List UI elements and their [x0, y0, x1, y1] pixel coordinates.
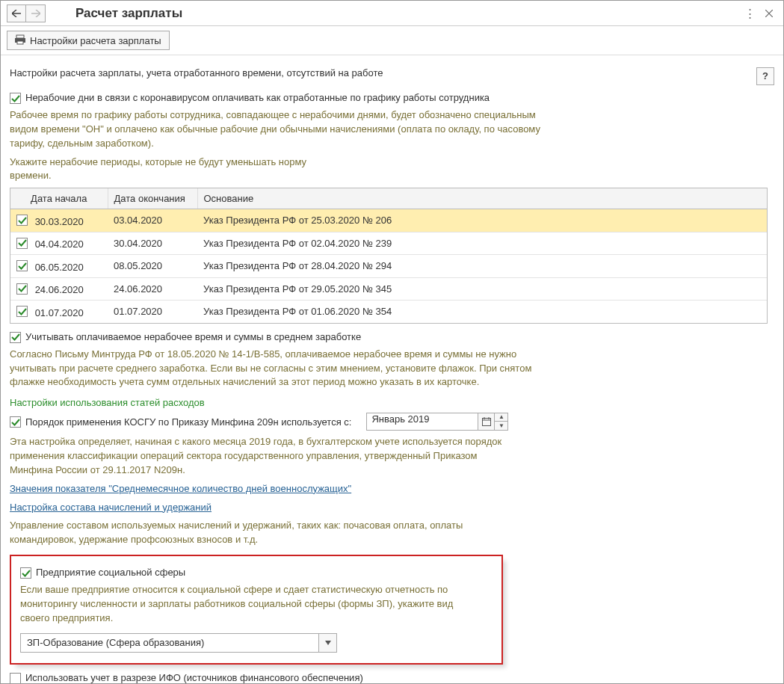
periods-intro: Укажите нерабочие периоды, которые не бу…	[10, 155, 339, 184]
nav-forward-button[interactable]	[26, 4, 46, 22]
row-checkbox[interactable]	[16, 260, 28, 271]
cell-basis: Указ Президента РФ от 25.03.2020 № 206	[197, 209, 767, 232]
table-row[interactable]: 30.03.2020 03.04.2020 Указ Президента РФ…	[10, 209, 767, 232]
social-desc: Если ваше предприятие относится к социал…	[20, 583, 484, 626]
kosgu-desc: Эта настройка определяет, начиная с како…	[10, 435, 503, 478]
cell-start: 30.03.2020	[35, 216, 84, 227]
social-checkbox[interactable]	[20, 567, 31, 579]
date-spin-up[interactable]: ▲	[495, 413, 508, 422]
social-highlight-box: Предприятие социальной сферы Если ваше п…	[10, 555, 503, 665]
avg-pay-desc: Согласно Письму Минтруда РФ от 18.05.202…	[10, 348, 563, 390]
cell-start: 04.04.2020	[35, 238, 84, 250]
table-row[interactable]: 06.05.2020 08.05.2020 Указ Президента РФ…	[10, 255, 767, 278]
ifo-label: Использовать учет в разрезе ИФО (источни…	[25, 672, 363, 683]
nav-back-button[interactable]	[7, 4, 26, 22]
kosgu-date-input[interactable]: Январь 2019	[366, 413, 478, 431]
col-end-header[interactable]: Дата окончания	[108, 188, 197, 209]
accruals-desc: Управление составом используемых начисле…	[10, 519, 488, 547]
ifo-checkbox[interactable]	[10, 673, 21, 684]
subtitle-text: Настройки расчета зарплаты, учета отрабо…	[10, 67, 756, 78]
cell-end: 08.05.2020	[108, 255, 197, 278]
calendar-icon[interactable]	[478, 413, 495, 431]
col-basis-header[interactable]: Основание	[197, 188, 767, 209]
print-icon	[15, 34, 25, 47]
cell-end: 30.04.2020	[108, 232, 197, 255]
table-body: 30.03.2020 03.04.2020 Указ Президента РФ…	[10, 209, 767, 323]
cell-end: 24.06.2020	[108, 277, 197, 301]
avg-pay-label: Учитывать оплачиваемое нерабочее время и…	[25, 331, 361, 342]
cell-basis: Указ Президента РФ от 28.04.2020 № 294	[197, 255, 767, 278]
print-settings-button[interactable]: Настройки расчета зарплаты	[7, 31, 170, 50]
kosgu-checkbox[interactable]	[10, 416, 21, 428]
cell-basis: Указ Президента РФ от 02.04.2020 № 239	[197, 232, 767, 255]
svg-rect-3	[482, 419, 490, 426]
table-row[interactable]: 04.04.2020 30.04.2020 Указ Президента РФ…	[10, 232, 767, 255]
kosgu-label: Порядок применения КОСГУ по Приказу Минф…	[25, 416, 351, 428]
svg-rect-2	[17, 41, 23, 44]
row-checkbox[interactable]	[16, 283, 28, 295]
help-button[interactable]: ?	[756, 67, 774, 85]
row-checkbox[interactable]	[16, 238, 28, 249]
cell-start: 01.07.2020	[35, 307, 84, 318]
row-checkbox[interactable]	[16, 215, 28, 226]
periods-table: Дата начала Дата окончания Основание 30.…	[10, 188, 768, 324]
print-settings-label: Настройки расчета зарплаты	[30, 35, 161, 46]
avg-days-link[interactable]: Значения показателя "Среднемесячное коли…	[10, 483, 351, 494]
avg-pay-checkbox[interactable]	[10, 332, 21, 343]
toolbar: Настройки расчета зарплаты	[1, 26, 783, 55]
table-row[interactable]: 24.06.2020 24.06.2020 Указ Президента РФ…	[10, 277, 767, 301]
cell-end: 03.04.2020	[108, 209, 197, 232]
col-start-header[interactable]: Дата начала	[10, 188, 108, 209]
social-type-select[interactable]: ЗП-Образование (Сфера образования)	[20, 633, 319, 653]
table-row[interactable]: 01.07.2020 01.07.2020 Указ Президента РФ…	[10, 301, 767, 323]
close-icon[interactable]	[761, 5, 777, 22]
cell-basis: Указ Президента РФ от 29.05.2020 № 345	[197, 277, 767, 301]
date-spin-down[interactable]: ▼	[495, 422, 508, 431]
cell-end: 01.07.2020	[108, 301, 197, 323]
accruals-link[interactable]: Настройка состава начислений и удержаний	[10, 502, 212, 513]
more-icon[interactable]: ⋮	[741, 5, 758, 22]
content-area: Настройки расчета зарплаты, учета отрабо…	[1, 55, 783, 684]
page-title: Расчет зарплаты	[75, 6, 182, 21]
cell-start: 24.06.2020	[35, 284, 84, 295]
row-checkbox[interactable]	[16, 306, 28, 317]
dropdown-icon[interactable]	[319, 633, 337, 653]
cell-basis: Указ Президента РФ от 01.06.2020 № 354	[197, 301, 767, 323]
window-frame: Расчет зарплаты ⋮ Настройки расчета зарп…	[0, 0, 784, 684]
expense-section-title: Настройки использования статей расходов	[10, 397, 774, 408]
covid-paid-label: Нерабочие дни в связи с коронавирусом оп…	[25, 92, 490, 103]
cell-start: 06.05.2020	[35, 262, 84, 273]
social-label: Предприятие социальной сферы	[36, 567, 185, 578]
covid-desc: Рабочее время по графику работы сотрудни…	[10, 108, 548, 151]
titlebar: Расчет зарплаты ⋮	[1, 1, 783, 26]
svg-rect-0	[16, 35, 24, 38]
covid-paid-checkbox[interactable]	[10, 93, 21, 104]
